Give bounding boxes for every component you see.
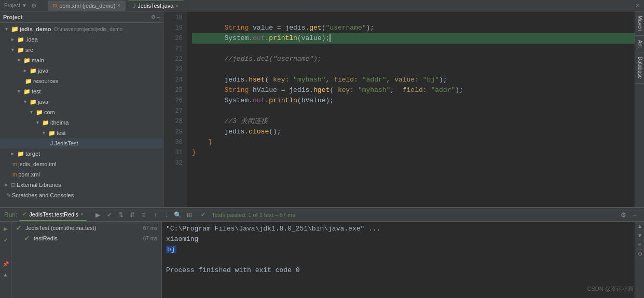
code-line-26: System.out.println(hValue);	[192, 96, 635, 106]
maven-panel-label[interactable]: Maven	[635, 11, 644, 36]
tree-item-scratches[interactable]: ✎ Scratches and Consoles	[0, 190, 163, 200]
arrow-icon: ▼	[10, 47, 15, 52]
fav-icon[interactable]: ★	[1, 270, 10, 280]
tab-pom-xml[interactable]: m pom.xml (jedis_demo) ×	[48, 1, 126, 11]
check-icon[interactable]: ✔	[1, 235, 10, 245]
minimize-button[interactable]: –	[629, 210, 640, 220]
test-tree: ✔ JedisTest (com.itheima.test) 67 ms ✔ t…	[11, 222, 162, 298]
tree-label: pom.xml	[18, 171, 40, 178]
search-button[interactable]: 🔍	[173, 210, 183, 220]
tab-jedistest-java[interactable]: J JedisTest.java ×	[128, 1, 184, 11]
pass-icon: ✔	[16, 224, 22, 232]
console-scrollbar: ▲ ▼ ≡ ⚙	[635, 222, 644, 298]
tree-item-jedistest[interactable]: J JedisTest	[0, 138, 163, 148]
tree-label: main	[32, 57, 44, 63]
tree-item-java-main[interactable]: ► 📁 java	[0, 65, 163, 76]
bottom-header: Run: ✔ JedisTest.testRedis × ▶ ✔ ⇅ ⇵ ≡ ↑…	[0, 208, 644, 222]
close-panel-icon[interactable]: ✕	[636, 3, 640, 8]
tree-path: D:\mavenprojects\jedis_demo	[54, 26, 122, 32]
tab-pom-xml-label: pom.xml (jedis_demo)	[59, 3, 115, 9]
folder-icon: 📁	[23, 88, 31, 95]
filter-button[interactable]: ≡	[139, 210, 149, 220]
scroll-down-icon[interactable]: ▼	[635, 231, 644, 240]
arrow-icon: ▼	[42, 130, 46, 136]
run-tab-name: JedisTest.testRedis	[29, 211, 78, 218]
arrow-icon: ▼	[17, 89, 21, 94]
tree-item-java-test[interactable]: ▼ 📁 java	[0, 97, 163, 107]
xml-file-icon: m	[12, 161, 17, 167]
tab-jedistest-label: JedisTest.java	[138, 3, 173, 9]
folder-icon: 📁	[48, 130, 56, 137]
code-line-31: }	[192, 147, 635, 158]
rerun-failed-button[interactable]: ✔	[104, 210, 115, 220]
tree-label: java	[38, 67, 48, 74]
nav-next-button[interactable]: ↓	[161, 210, 172, 220]
run-tab[interactable]: ✔ JedisTest.testRedis ×	[19, 209, 87, 221]
tree-item-idea[interactable]: ► 📁 .idea	[0, 34, 163, 45]
scratches-icon: ✎	[6, 192, 11, 199]
export-button[interactable]: ⊞	[184, 210, 195, 220]
sort2-button[interactable]: ⇵	[127, 210, 138, 220]
rerun-button[interactable]: ▶	[93, 210, 103, 220]
tree-label: test	[32, 88, 41, 94]
bottom-content: ▶ ✔ 📌 ★ ✔ JedisTest (com.itheima.test) 6…	[0, 222, 644, 298]
code-line-25: String hValue = jedis.hget( key: "myhash…	[192, 85, 635, 96]
console-line-3: bj	[166, 245, 631, 255]
run-label: Run:	[4, 211, 17, 219]
run-icon[interactable]: ▶	[1, 224, 10, 233]
tree-item-iml[interactable]: m jedis_demo.iml	[0, 159, 163, 169]
scroll-settings-icon[interactable]: ⚙	[635, 250, 644, 259]
scroll-list-icon[interactable]: ≡	[635, 240, 644, 250]
tree-item-target[interactable]: ► 📁 target	[0, 148, 163, 159]
scroll-up-icon[interactable]: ▲	[635, 222, 644, 231]
arrow-icon: ►	[23, 68, 28, 73]
tree-label: com	[44, 109, 55, 115]
test-item-testredis[interactable]: ✔ testRedis 67 ms	[11, 233, 161, 243]
code-content[interactable]: 18 19 20 21 22 23 24 25 26 27 28 29 30 3…	[163, 11, 635, 207]
sort-button[interactable]: ⇅	[116, 210, 126, 220]
arrow-icon: ▼	[29, 110, 34, 115]
code-line-22: //jedis.del("username");	[192, 54, 635, 64]
close-icon[interactable]: ×	[80, 211, 84, 217]
arrow-icon: ►	[10, 37, 15, 42]
tree-label: test	[57, 130, 66, 136]
code-line-28: //3 关闭连接	[192, 116, 635, 127]
tree-item-main[interactable]: ▼ 📁 main	[0, 55, 163, 65]
tree-item-itheima[interactable]: ▼ 📁 itheima	[0, 117, 163, 128]
code-line-21	[192, 44, 635, 54]
test-group-jedistest[interactable]: ✔ JedisTest (com.itheima.test) 67 ms	[11, 223, 161, 233]
tree-item-com[interactable]: ▼ 📁 com	[0, 107, 163, 117]
test-icon: ✔	[22, 211, 27, 218]
sidebar-settings-icon[interactable]: ⚙ –	[151, 14, 160, 20]
tree-label: .idea	[25, 36, 38, 43]
folder-icon: 📁	[42, 119, 49, 126]
test-item-time: 67 ms	[143, 236, 157, 241]
sidebar-header: Project ⚙ –	[0, 11, 163, 23]
test-group-time: 67 ms	[143, 225, 157, 231]
code-lines[interactable]: String value = jedis.get("username"); Sy…	[187, 11, 635, 207]
tree-label: JedisTest	[54, 140, 78, 146]
tree-label: jedis_demo	[20, 26, 51, 32]
highlighted-value: bj	[166, 246, 176, 253]
java-icon: J	[133, 3, 135, 9]
tree-item-jedis-demo[interactable]: ▼ 📁 jedis_demo D:\mavenprojects\jedis_de…	[0, 24, 163, 34]
bottom-panel: Run: ✔ JedisTest.testRedis × ▶ ✔ ⇅ ⇵ ≡ ↑…	[0, 207, 644, 298]
settings-button[interactable]: ⚙	[618, 210, 628, 220]
tree-item-ext-libs[interactable]: ► ⊟ External Libraries	[0, 180, 163, 190]
arrow-icon: ►	[10, 151, 15, 156]
tree-item-pom-xml[interactable]: m pom.xml	[0, 169, 163, 180]
console-output[interactable]: "C:\Program Files\Java\jdk1.8.0_251\bin\…	[162, 222, 635, 298]
pin-icon[interactable]: 📌	[1, 259, 10, 268]
tree-item-src[interactable]: ▼ 📁 src	[0, 45, 163, 55]
close-icon[interactable]: ×	[175, 3, 179, 9]
ant-panel-label[interactable]: Ant	[635, 36, 644, 52]
tree-item-test[interactable]: ▼ 📁 test	[0, 86, 163, 97]
arrow-icon: ►	[4, 182, 9, 187]
tree-item-test-package[interactable]: ▼ 📁 test	[0, 128, 163, 138]
tree-item-resources[interactable]: 📁 resources	[0, 76, 163, 86]
close-icon[interactable]: ×	[117, 3, 120, 8]
gear-icon[interactable]: ⚙	[29, 1, 39, 11]
right-panels: Maven Ant Database	[635, 11, 644, 207]
nav-prev-button[interactable]: ↑	[150, 210, 160, 220]
database-panel-label[interactable]: Database	[635, 52, 644, 84]
